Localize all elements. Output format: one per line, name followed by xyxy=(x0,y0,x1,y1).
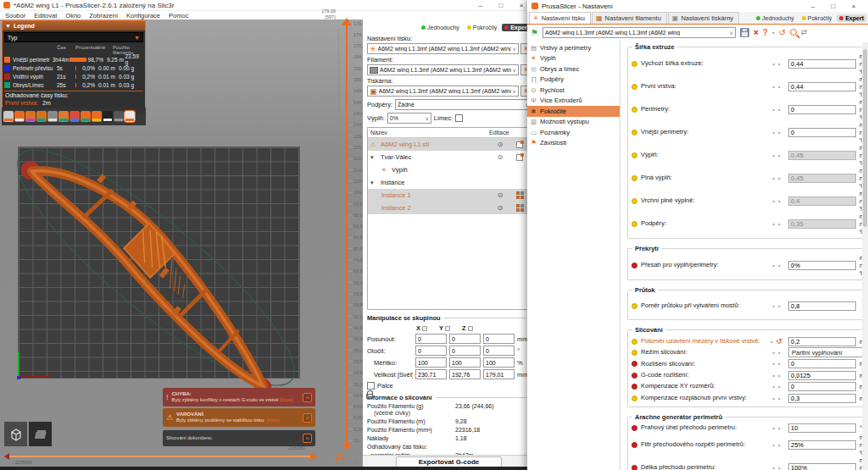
setting-input[interactable] xyxy=(788,463,856,470)
setting-input[interactable] xyxy=(788,359,856,368)
slider-options-gear-icon[interactable]: ✳ xyxy=(353,458,360,467)
view-icon[interactable] xyxy=(103,111,113,122)
blinking-dot-icon[interactable]: • xyxy=(771,339,772,345)
setting-input[interactable] xyxy=(788,261,856,270)
blinking-dot-icon[interactable]: • xyxy=(773,152,775,158)
revert-icon[interactable]: • xyxy=(778,84,780,90)
revert-icon[interactable]: • xyxy=(778,350,780,356)
maximize-button[interactable]: □ xyxy=(491,2,511,9)
object-row-icon[interactable]: ▾ xyxy=(370,180,381,186)
inches-checkbox[interactable] xyxy=(367,382,375,390)
blinking-dot-icon[interactable]: • xyxy=(773,263,775,268)
tree-item[interactable]: ⚑ Závislosti xyxy=(527,138,620,149)
setting-input[interactable] xyxy=(788,382,856,391)
minimize-button[interactable]: – xyxy=(803,3,823,10)
tree-item[interactable]: Ψ Více Extruderů xyxy=(527,96,620,107)
view-icon[interactable] xyxy=(114,111,124,122)
blinking-dot-icon[interactable]: • xyxy=(773,198,775,204)
menu-item[interactable]: Pomoc xyxy=(169,12,188,19)
manipulation-input[interactable] xyxy=(449,369,481,379)
mode-button[interactable]: Pokročilý xyxy=(799,14,834,22)
axis-reset-icon[interactable] xyxy=(468,326,473,331)
manipulation-input[interactable] xyxy=(449,357,481,368)
eye-icon[interactable]: ⊙ xyxy=(489,204,511,212)
settings-tab[interactable]: ▣ Nastavení tiskárny xyxy=(668,12,739,24)
filter-icon[interactable]: ▼ xyxy=(134,35,140,41)
search-icon[interactable] xyxy=(790,29,797,36)
setting-input[interactable] xyxy=(788,337,856,346)
blinking-dot-icon[interactable]: • xyxy=(773,61,775,67)
setting-input[interactable] xyxy=(788,394,856,403)
manipulation-input[interactable] xyxy=(483,346,515,356)
object-row[interactable]: ▾ Tvar-Válec ⊙ xyxy=(368,151,531,163)
revert-icon[interactable]: • xyxy=(778,303,780,309)
edit-icon[interactable] xyxy=(516,154,523,161)
menu-item[interactable]: Okno xyxy=(65,12,81,19)
maximize-button[interactable]: □ xyxy=(823,3,843,10)
notification-close-icon[interactable]: × xyxy=(303,393,312,402)
blinking-dot-icon[interactable]: • xyxy=(773,84,775,90)
manipulation-input[interactable] xyxy=(449,334,481,344)
filament-select[interactable]: A6M2 wing L1.3mf (A6M2 wing L1.3mf (A6M2… xyxy=(367,64,519,75)
mode-button[interactable]: Expert xyxy=(837,14,866,22)
tree-item[interactable]: ▤ Vrstvy a perimetry xyxy=(527,42,620,53)
close-button[interactable]: × xyxy=(843,3,864,10)
brim-checkbox[interactable] xyxy=(455,114,463,122)
manipulation-input[interactable] xyxy=(415,357,447,368)
view-icon[interactable] xyxy=(81,111,91,122)
save-preset-icon[interactable] xyxy=(740,28,749,37)
preview-view-button[interactable] xyxy=(29,422,52,446)
blinking-dot-icon[interactable]: • xyxy=(773,350,775,356)
preset-select[interactable]: A6M2 wing L1.3mf (A6M2 wing L1.3mf (A6M2… xyxy=(542,27,736,38)
blinking-dot-icon[interactable]: • xyxy=(773,395,775,401)
settings-tab[interactable]: ✳ Nastavení tisku xyxy=(529,12,591,24)
setting-input[interactable] xyxy=(788,423,856,433)
settings-tab[interactable]: ▦ Nastavení filamentu xyxy=(592,12,667,24)
supports-select[interactable]: Žádné∨ xyxy=(395,99,531,110)
object-row-icon[interactable]: ✳ xyxy=(381,167,392,174)
blinking-dot-icon[interactable]: • xyxy=(773,465,775,470)
revert-icon[interactable]: • xyxy=(778,384,780,390)
setting-input[interactable] xyxy=(788,440,856,450)
view-icon[interactable] xyxy=(36,111,47,122)
setting-input[interactable] xyxy=(788,151,856,160)
revert-icon[interactable]: ↺ xyxy=(776,337,782,346)
view-icon[interactable] xyxy=(3,111,14,122)
tree-item[interactable]: ✱ Pokročilé xyxy=(527,106,620,117)
editor-view-button[interactable] xyxy=(4,422,27,446)
tree-item[interactable]: ∏ Podpěry xyxy=(527,75,620,86)
manipulation-input[interactable] xyxy=(415,346,447,356)
blinking-dot-icon[interactable]: • xyxy=(773,130,775,135)
revert-icon[interactable]: • xyxy=(778,425,780,431)
revert-icon[interactable]: • xyxy=(778,107,780,113)
unlock-icon[interactable] xyxy=(337,458,344,464)
object-row[interactable]: Instance 2 ⊙ xyxy=(368,202,531,214)
revert-icon[interactable]: • xyxy=(778,395,780,401)
blinking-dot-icon[interactable]: • xyxy=(773,425,775,431)
setting-input[interactable] xyxy=(788,301,856,311)
notification-more-link[interactable]: [Více] xyxy=(280,397,292,402)
revert-icon[interactable]: • xyxy=(778,198,780,204)
view-icon[interactable] xyxy=(92,111,102,122)
blinking-dot-icon[interactable]: • xyxy=(773,373,775,379)
tree-item[interactable]: ✳ Výplň xyxy=(527,53,620,64)
print-settings-select[interactable]: ✳ A6M2 wing L1.3mf (A6M2 wing L1.3mf (A6… xyxy=(367,43,519,54)
layer-slider[interactable] xyxy=(346,25,348,444)
view-icon[interactable] xyxy=(25,111,36,122)
setting-select[interactable]: Paritní vyplňování∨ xyxy=(788,347,868,357)
blinking-dot-icon[interactable]: • xyxy=(773,303,775,309)
legend-type-select[interactable]: Typ ▼ xyxy=(4,32,143,42)
setting-input[interactable] xyxy=(788,105,856,114)
object-row[interactable]: Instance 1 ⊙ xyxy=(368,189,531,202)
mode-button[interactable]: Jednoduchý xyxy=(419,24,462,31)
eye-icon[interactable]: ⊙ xyxy=(489,153,511,161)
object-row-icon[interactable]: ▾ xyxy=(370,154,381,161)
manipulation-input[interactable] xyxy=(483,369,515,379)
eye-icon[interactable]: ⊙ xyxy=(489,141,511,148)
setting-input[interactable] xyxy=(788,82,856,91)
mode-button[interactable]: Jednoduchý xyxy=(754,14,797,22)
axis-reset-icon[interactable] xyxy=(422,326,427,331)
help-icon[interactable]: ? xyxy=(763,28,768,37)
setting-input[interactable] xyxy=(788,371,856,380)
tree-item[interactable]: ⊙ Rychlost xyxy=(527,85,620,96)
